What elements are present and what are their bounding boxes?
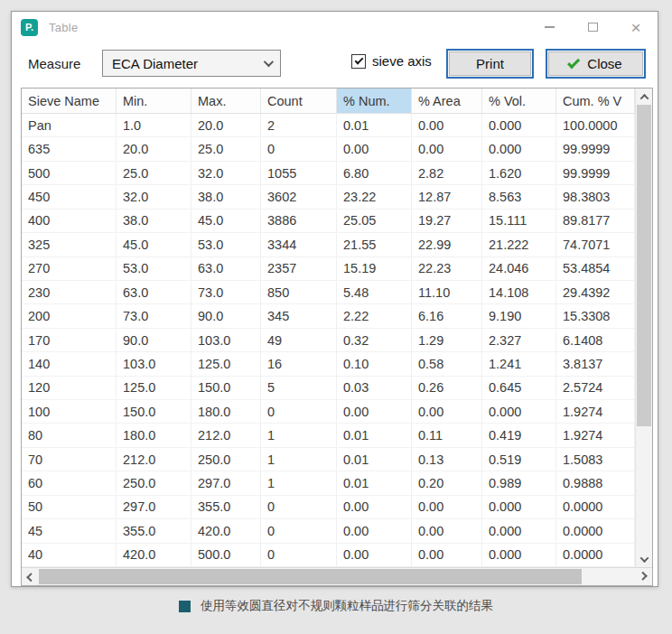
table-cell: 0.00 xyxy=(412,137,482,160)
table-cell: 1.29 xyxy=(412,329,482,351)
table-cell: 3.8137 xyxy=(556,352,635,375)
table-cell: 45.0 xyxy=(117,233,191,256)
table-row[interactable]: 45355.0420.000.000.000.0000.0000 xyxy=(22,519,635,543)
table-cell: 99.9999 xyxy=(556,137,635,160)
table-row[interactable]: 23063.073.08505.4811.1014.10829.4392 xyxy=(22,281,635,304)
table-row[interactable]: 45032.038.0360223.2212.878.56398.3803 xyxy=(22,185,635,209)
table-cell: 53.0 xyxy=(117,257,191,280)
chevron-left-icon xyxy=(26,573,35,582)
measure-dropdown[interactable]: ECA Diameter xyxy=(102,50,281,77)
close-window-button[interactable]: × xyxy=(614,12,658,42)
sieve-table: Sieve NameMin.Max.Count% Num.% Area% Vol… xyxy=(21,88,653,586)
table-row[interactable]: 50025.032.010556.802.821.62099.9999 xyxy=(22,162,635,185)
print-button[interactable]: Print xyxy=(446,49,534,79)
column-header[interactable]: Sieve Name xyxy=(22,89,117,113)
table-cell: 45.0 xyxy=(191,210,261,232)
table-cell: 25.0 xyxy=(117,162,191,184)
table-cell: 74.7071 xyxy=(556,233,635,256)
horizontal-scrollbar[interactable] xyxy=(22,567,652,585)
table-cell: 0.58 xyxy=(412,352,482,375)
caption-text: 使用等效圆直径对不规则颗粒样品进行筛分关联的结果 xyxy=(201,598,493,614)
table-row[interactable]: 80180.0212.010.010.110.4191.9274 xyxy=(22,424,635,447)
table-row[interactable]: 20073.090.03452.226.169.19015.3308 xyxy=(22,304,635,328)
table-row[interactable]: 40420.0500.000.000.000.0000.0000 xyxy=(22,544,635,567)
table-row[interactable]: 63520.025.000.000.000.00099.9999 xyxy=(22,137,635,161)
vertical-scroll-thumb[interactable] xyxy=(637,105,651,426)
column-header[interactable]: Max. xyxy=(191,89,261,113)
table-cell: 180.0 xyxy=(117,424,191,446)
table-cell: 100 xyxy=(22,400,117,423)
table-row[interactable]: 100150.0180.000.000.000.0001.9274 xyxy=(22,400,635,424)
scroll-left-button[interactable] xyxy=(22,568,39,585)
close-icon: × xyxy=(630,19,640,36)
table-row[interactable]: Pan1.020.020.010.000.000100.0000 xyxy=(22,114,635,137)
table-cell: 0.00 xyxy=(412,544,482,566)
table-cell: 12.87 xyxy=(412,185,482,208)
scroll-down-button[interactable] xyxy=(636,551,652,567)
table-cell: 230 xyxy=(22,281,117,303)
column-header[interactable]: Cum. % V xyxy=(556,89,635,113)
chevron-down-icon xyxy=(264,57,274,67)
table-cell: 19.27 xyxy=(412,210,482,232)
maximize-button[interactable] xyxy=(571,12,614,42)
scroll-up-button[interactable] xyxy=(636,89,652,105)
table-cell: 200 xyxy=(22,304,117,327)
table-cell: 0.00 xyxy=(337,137,412,160)
table-cell: 212.0 xyxy=(191,424,261,446)
titlebar: P. Table × xyxy=(12,12,658,42)
minimize-button[interactable] xyxy=(527,12,571,42)
table-cell: 170 xyxy=(22,329,117,351)
table-cell: 0.26 xyxy=(412,377,482,399)
table-cell: 0.00 xyxy=(412,400,482,423)
table-row[interactable]: 17090.0103.0490.321.292.3276.1408 xyxy=(22,329,635,352)
table-row[interactable]: 120125.0150.050.030.260.6452.5724 xyxy=(22,377,635,400)
column-header[interactable]: Count xyxy=(261,89,337,113)
table-row[interactable]: 70212.0250.010.010.130.5191.5083 xyxy=(22,448,635,471)
table-cell: 125.0 xyxy=(191,352,261,375)
table-row[interactable]: 32545.053.0334421.5522.9921.22274.7071 xyxy=(22,233,635,256)
table-cell: 500 xyxy=(22,162,117,184)
table-cell: 50 xyxy=(22,496,117,518)
column-header[interactable]: % Area xyxy=(412,89,482,113)
table-cell: 0 xyxy=(261,544,337,566)
column-header[interactable]: % Vol. xyxy=(482,89,556,113)
table-cell: 3886 xyxy=(261,210,337,232)
table-cell: 63.0 xyxy=(191,257,261,280)
table-cell: 32.0 xyxy=(117,185,191,208)
table-cell: 2 xyxy=(261,114,337,136)
table-cell: 0.01 xyxy=(337,114,412,136)
sieve-axis-checkbox[interactable]: sieve axis xyxy=(351,53,432,69)
table-row[interactable]: 60250.0297.010.010.200.9890.9888 xyxy=(22,471,635,495)
table-cell: 2.22 xyxy=(337,304,412,327)
table-cell: 15.19 xyxy=(337,257,412,280)
checkbox-checked-icon xyxy=(351,54,366,69)
vertical-scroll-track[interactable] xyxy=(636,105,652,551)
chevron-right-icon xyxy=(639,572,648,581)
table-cell: 49 xyxy=(261,329,337,351)
table-cell: 500.0 xyxy=(191,544,261,566)
horizontal-scroll-track[interactable] xyxy=(39,569,635,584)
window-controls: × xyxy=(527,12,658,42)
table-row[interactable]: 27053.063.0235715.1922.2324.04653.4854 xyxy=(22,257,635,281)
table-cell: Pan xyxy=(22,114,117,136)
column-header[interactable]: % Num. xyxy=(337,89,412,113)
horizontal-scroll-thumb[interactable] xyxy=(39,569,582,584)
table-cell: 1.620 xyxy=(482,162,556,184)
table-row[interactable]: 140103.0125.0160.100.581.2413.8137 xyxy=(22,352,635,376)
scroll-right-button[interactable] xyxy=(635,568,652,585)
close-button[interactable]: Close xyxy=(546,49,646,79)
table-cell: 2.82 xyxy=(412,162,482,184)
table-row[interactable]: 40038.045.0388625.0519.2715.11189.8177 xyxy=(22,210,635,233)
table-cell: 16 xyxy=(261,352,337,375)
vertical-scrollbar[interactable] xyxy=(635,89,652,567)
table-cell: 70 xyxy=(22,448,117,471)
measure-label: Measure xyxy=(28,56,80,71)
table-cell: 1 xyxy=(261,471,337,494)
table-row[interactable]: 50297.0355.000.000.000.0000.0000 xyxy=(22,496,635,519)
table-cell: 90.0 xyxy=(191,304,261,327)
table-cell: 420.0 xyxy=(191,519,261,542)
sieve-axis-label: sieve axis xyxy=(372,53,432,69)
page-background: P. Table × Measure ECA Diameter xyxy=(0,0,672,634)
column-header[interactable]: Min. xyxy=(117,89,191,113)
table-cell: 6.80 xyxy=(337,162,412,184)
